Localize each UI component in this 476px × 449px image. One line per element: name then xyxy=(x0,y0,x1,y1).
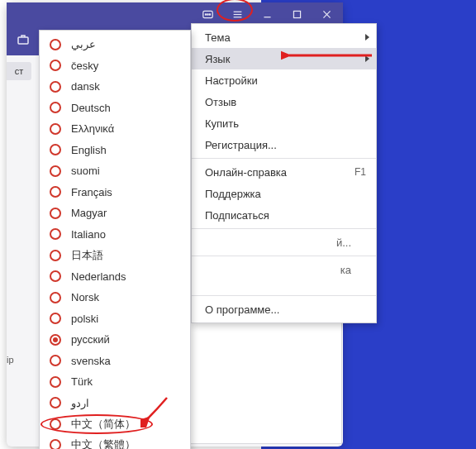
language-label: عربي xyxy=(71,38,96,50)
menu-item-label: Регистрация... xyxy=(205,139,277,151)
menu-item[interactable]: Настройки xyxy=(192,69,376,91)
titlebar xyxy=(7,2,343,26)
language-label: Ελληνικά xyxy=(71,122,114,135)
menu-item[interactable]: Онлайн-справкаF1 xyxy=(192,161,376,183)
menu-item[interactable]: й... xyxy=(192,232,376,253)
menu-item[interactable]: Регистрация... xyxy=(192,134,376,155)
language-label: Nederlands xyxy=(71,270,126,283)
language-label: Deutsch xyxy=(71,102,111,114)
language-label: Italiano xyxy=(71,228,106,241)
menu-item-label: Отзыв xyxy=(205,96,236,108)
svg-rect-11 xyxy=(18,37,28,44)
radio-icon xyxy=(50,250,61,261)
language-option[interactable]: русский xyxy=(40,329,190,351)
radio-icon xyxy=(50,228,61,240)
menu-item-label: Онлайн-справка xyxy=(205,166,287,179)
language-label: English xyxy=(71,144,107,156)
language-option[interactable]: suomi xyxy=(40,160,190,182)
language-option[interactable]: Norsk xyxy=(40,287,190,308)
language-option[interactable]: 中文（简体） xyxy=(40,413,190,435)
submenu-arrow-icon xyxy=(365,55,369,62)
language-option[interactable]: Italiano xyxy=(40,224,190,246)
minimize-button[interactable] xyxy=(255,5,278,23)
language-option[interactable]: English xyxy=(40,140,190,161)
language-option[interactable]: Nederlands xyxy=(40,266,190,288)
menu-item[interactable]: Отзыв xyxy=(192,91,376,112)
language-submenu: عربيčeskydanskDeutschΕλληνικάEnglishsuom… xyxy=(39,30,191,449)
hamburger-menu-button[interactable] xyxy=(226,5,249,23)
menu-item[interactable]: О программе... xyxy=(192,299,376,320)
language-option[interactable]: Magyar xyxy=(40,203,190,224)
maximize-button[interactable] xyxy=(285,5,308,23)
menu-separator xyxy=(192,228,376,229)
left-stub-text-2: ір xyxy=(7,355,14,365)
menu-item[interactable]: Язык xyxy=(192,48,376,69)
menu-separator xyxy=(192,158,376,159)
language-label: polski xyxy=(71,313,98,325)
language-option[interactable]: 日本語 xyxy=(40,245,190,266)
language-option[interactable]: Türk xyxy=(40,371,190,393)
radio-icon xyxy=(50,165,61,177)
language-option[interactable]: عربي xyxy=(40,34,190,55)
main-menu: ТемаЯзыкНастройкиОтзывКупитьРегистрация.… xyxy=(191,23,377,323)
radio-icon xyxy=(50,376,61,388)
language-label: 中文（简体） xyxy=(71,417,136,432)
language-option[interactable]: svenska xyxy=(40,351,190,372)
menu-item[interactable]: Тема xyxy=(192,26,376,48)
menu-item-label: Купить xyxy=(205,117,239,130)
radio-icon xyxy=(50,418,61,430)
briefcase-icon xyxy=(17,33,30,49)
language-label: Türk xyxy=(71,375,93,388)
language-label: Norsk xyxy=(71,291,99,303)
radio-icon xyxy=(50,292,61,303)
radio-icon xyxy=(50,270,61,282)
menu-item-label: О программе... xyxy=(205,303,279,316)
svg-point-2 xyxy=(207,13,207,14)
language-option[interactable]: Deutsch xyxy=(40,98,190,119)
language-label: dansk xyxy=(71,80,100,93)
language-label: 日本語 xyxy=(71,248,103,263)
language-label: русский xyxy=(71,333,110,346)
menu-item-label: Настройки xyxy=(205,74,258,87)
radio-icon xyxy=(50,60,61,71)
language-option[interactable]: dansk xyxy=(40,76,190,98)
menu-item[interactable]: Поддержка xyxy=(192,183,376,204)
close-button[interactable] xyxy=(315,5,338,23)
menu-item[interactable]: ка xyxy=(192,259,376,280)
language-label: česky xyxy=(71,60,98,72)
radio-icon xyxy=(50,39,61,50)
language-option[interactable]: Français xyxy=(40,182,190,203)
radio-icon xyxy=(50,123,61,135)
left-stub-text: ст xyxy=(7,62,31,80)
svg-rect-8 xyxy=(293,11,300,17)
language-label: suomi xyxy=(71,165,100,177)
language-option[interactable]: polski xyxy=(40,308,190,330)
radio-icon xyxy=(50,144,61,155)
menu-item-label: й... xyxy=(336,236,351,249)
menu-item-label: ка xyxy=(340,264,351,276)
radio-icon xyxy=(50,208,61,219)
radio-icon xyxy=(50,355,61,366)
svg-point-1 xyxy=(205,13,206,14)
language-label: 中文（繁體） xyxy=(71,437,136,449)
menu-item[interactable]: Подписаться xyxy=(192,204,376,226)
language-option[interactable]: Ελληνικά xyxy=(40,118,190,140)
menu-shortcut: F1 xyxy=(355,166,366,178)
radio-icon xyxy=(50,397,61,408)
svg-point-3 xyxy=(209,13,210,14)
menu-item-label: Язык xyxy=(205,53,230,65)
more-button[interactable] xyxy=(196,5,219,23)
menu-item-label: Поддержка xyxy=(205,188,261,200)
radio-icon xyxy=(50,102,61,113)
language-label: svenska xyxy=(71,355,111,367)
language-option[interactable]: اردو xyxy=(40,393,190,414)
radio-icon xyxy=(50,81,61,93)
language-label: Français xyxy=(71,186,112,198)
menu-item-label: Подписаться xyxy=(205,209,269,222)
radio-icon xyxy=(50,313,61,324)
language-label: اردو xyxy=(71,397,89,409)
language-option[interactable]: 中文（繁體） xyxy=(40,435,190,450)
menu-separator xyxy=(192,256,376,256)
language-option[interactable]: česky xyxy=(40,55,190,77)
menu-item[interactable]: Купить xyxy=(192,112,376,134)
